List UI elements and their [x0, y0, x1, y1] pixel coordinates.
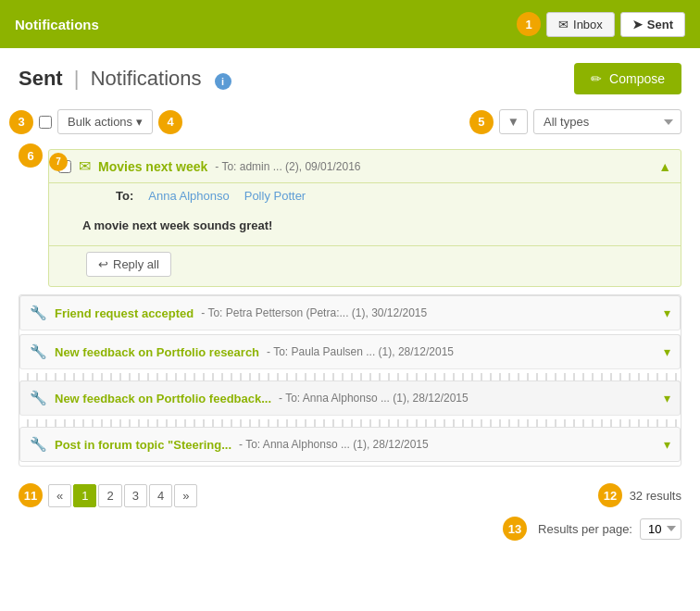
expanded-message: 7 ✉ Movies next week - To: admin ... (2)…: [48, 149, 681, 287]
list-item: 🔧 New feedback on Portfolio research - T…: [19, 334, 681, 369]
badge-5: 5: [469, 110, 494, 134]
reply-all-row: 10 ↩ Reply all: [49, 245, 681, 286]
filter-icon: ▼: [507, 115, 519, 129]
badge-7: 7: [49, 153, 68, 171]
badge-13: 13: [503, 517, 527, 541]
message-subject-2[interactable]: New feedback on Portfolio research: [55, 345, 259, 359]
bulk-actions-label: Bulk actions: [68, 115, 132, 129]
filter-button[interactable]: ▼: [499, 109, 528, 134]
to-label: To:: [116, 189, 133, 207]
page-1-button[interactable]: 1: [73, 484, 96, 507]
expanded-message-header: 7 ✉ Movies next week - To: admin ... (2)…: [49, 150, 681, 182]
badge-4: 4: [158, 110, 182, 134]
badge-6: 6: [19, 143, 43, 168]
mail-icon: ✉: [79, 157, 91, 175]
page-title: Sent | Notifications i: [19, 67, 231, 91]
compose-button[interactable]: ✏ Compose: [574, 63, 681, 94]
results-count: 32 results: [630, 489, 681, 503]
per-page-select[interactable]: 10 20 50: [640, 518, 681, 540]
to-line: 9 To: Anna Alphonso Polly Potter: [82, 189, 668, 207]
message-meta: - To: admin ... (2), 09/01/2016: [215, 160, 360, 173]
to-person-1[interactable]: Anna Alphonso: [148, 189, 229, 207]
reply-all-label: Reply all: [113, 257, 159, 271]
message-subject-1[interactable]: Friend request accepted: [55, 306, 194, 320]
sent-title: Sent: [19, 67, 63, 90]
wrench-icon-4: 🔧: [30, 436, 47, 453]
inbox-icon: ✉: [558, 18, 569, 31]
wrench-icon-2: 🔧: [30, 343, 47, 360]
toolbar-left: Bulk actions ▾ 4: [39, 109, 182, 134]
notifications-title: Notifications: [91, 67, 202, 90]
check-all-checkbox[interactable]: [39, 116, 52, 129]
message-meta-1: - To: Petra Petterson (Petra:... (1), 30…: [201, 306, 427, 319]
sent-icon: ➤: [632, 18, 643, 31]
list-item: 🔧 Friend request accepted - To: Petra Pe…: [19, 295, 681, 330]
message-meta-3: - To: Anna Alphonso ... (1), 28/12/2015: [279, 392, 469, 405]
page-3-button[interactable]: 3: [124, 484, 147, 507]
title-separator: |: [74, 67, 80, 90]
badge-12: 12: [598, 483, 622, 507]
collapse-icon[interactable]: ▲: [658, 159, 671, 174]
type-filter-select[interactable]: All types: [533, 109, 681, 134]
list-item: 🔧 New feedback on Portfolio feedback... …: [19, 380, 681, 416]
header-badge: 1: [517, 12, 541, 36]
pagination-bar: 11 « 1 2 3 4 » 12 32 results: [0, 474, 700, 517]
reply-all-button[interactable]: ↩ Reply all: [86, 252, 171, 277]
page-4-button[interactable]: 4: [149, 484, 172, 507]
badge-3: 3: [9, 110, 33, 134]
top-header: Notifications 1 ✉ Inbox ➤ Sent: [0, 0, 700, 48]
messages-area: 6 7 ✉ Movies next week - To: admin ... (…: [0, 138, 700, 467]
wrench-icon-3: 🔧: [30, 390, 47, 406]
message-subject-3[interactable]: New feedback on Portfolio feedback...: [55, 392, 271, 405]
bulk-actions-button[interactable]: Bulk actions ▾: [57, 109, 153, 134]
inbox-label: Inbox: [573, 18, 603, 31]
expand-icon-3[interactable]: ▾: [664, 391, 670, 405]
bulk-actions-chevron: ▾: [136, 115, 143, 129]
header-nav: 1 ✉ Inbox ➤ Sent: [517, 12, 685, 37]
message-subject-4[interactable]: Post in forum topic "Steering...: [55, 438, 231, 452]
message-body: 9 To: Anna Alphonso Polly Potter A movie…: [49, 182, 681, 245]
message-meta-4: - To: Anna Alphonso ... (1), 28/12/2015: [239, 438, 429, 451]
header-title: Notifications: [15, 17, 99, 32]
badge-11: 11: [19, 483, 43, 507]
sent-button[interactable]: ➤ Sent: [620, 12, 685, 37]
to-person-2[interactable]: Polly Potter: [244, 189, 306, 207]
wrench-icon-1: 🔧: [30, 305, 47, 321]
collapsed-messages-container: 🔧 Friend request accepted - To: Petra Pe…: [19, 294, 681, 467]
pagination: « 1 2 3 4 »: [48, 484, 197, 507]
info-icon[interactable]: i: [215, 73, 231, 90]
wavy-divider: [19, 373, 681, 380]
sent-label: Sent: [647, 18, 673, 31]
prev-page-button[interactable]: «: [48, 484, 71, 507]
per-page-area: 13 Results per page: 10 20 50: [0, 517, 700, 550]
message-content: A movie next week sounds great!: [82, 211, 668, 240]
expand-icon-1[interactable]: ▾: [664, 306, 670, 320]
compose-icon: ✏: [591, 71, 602, 86]
page-2-button[interactable]: 2: [98, 484, 121, 507]
reply-icon: ↩: [98, 257, 108, 271]
per-page-label: Results per page:: [538, 522, 632, 536]
expand-icon-4[interactable]: ▾: [664, 437, 670, 452]
inbox-button[interactable]: ✉ Inbox: [546, 12, 615, 37]
expand-icon-2[interactable]: ▾: [664, 344, 670, 359]
compose-label: Compose: [609, 71, 665, 86]
results-info: 12 32 results: [598, 483, 681, 507]
wavy-divider-2: [19, 419, 681, 427]
message-subject[interactable]: Movies next week: [98, 159, 207, 174]
next-page-button[interactable]: »: [174, 484, 197, 507]
page-title-bar: Sent | Notifications i 2 ✏ Compose: [0, 48, 700, 106]
message-meta-2: - To: Paula Paulsen ... (1), 28/12/2015: [267, 345, 454, 358]
list-item: 🔧 Post in forum topic "Steering... - To:…: [19, 427, 681, 462]
